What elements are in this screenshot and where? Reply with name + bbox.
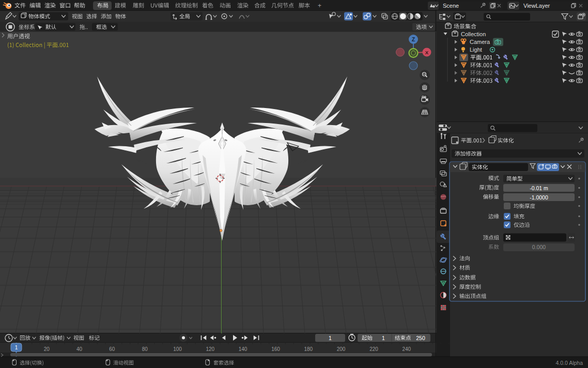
svg-text:Camera: Camera [470, 39, 490, 45]
svg-text:Light: Light [470, 47, 482, 53]
svg-text:120: 120 [206, 346, 214, 352]
svg-text:240: 240 [402, 346, 411, 352]
svg-text:1: 1 [382, 335, 385, 341]
svg-text:-1.0000: -1.0000 [530, 194, 548, 201]
svg-text:+: + [318, 2, 321, 9]
svg-text:Collection: Collection [461, 31, 486, 37]
svg-text:ViewLayer: ViewLayer [523, 3, 550, 9]
svg-text:1: 1 [15, 345, 18, 350]
svg-text:220: 220 [369, 346, 378, 352]
svg-text:20: 20 [44, 346, 50, 352]
svg-text:140: 140 [239, 346, 247, 352]
svg-text:80: 80 [142, 346, 148, 352]
svg-text:1: 1 [329, 335, 332, 341]
svg-text:Scene: Scene [443, 3, 459, 9]
svg-text:40: 40 [76, 346, 83, 352]
svg-text:4.0.0 Alpha: 4.0.0 Alpha [555, 360, 583, 366]
svg-text:200: 200 [337, 346, 346, 352]
svg-text:100: 100 [173, 346, 182, 352]
svg-text:180: 180 [304, 346, 313, 352]
svg-text:0.000: 0.000 [532, 244, 546, 250]
svg-text:60: 60 [109, 346, 115, 352]
svg-text:160: 160 [271, 346, 280, 352]
svg-text:Z: Z [412, 37, 415, 42]
svg-text:X: X [425, 50, 429, 55]
svg-text:250: 250 [416, 335, 425, 341]
svg-text:-0.01 m: -0.01 m [530, 185, 548, 191]
